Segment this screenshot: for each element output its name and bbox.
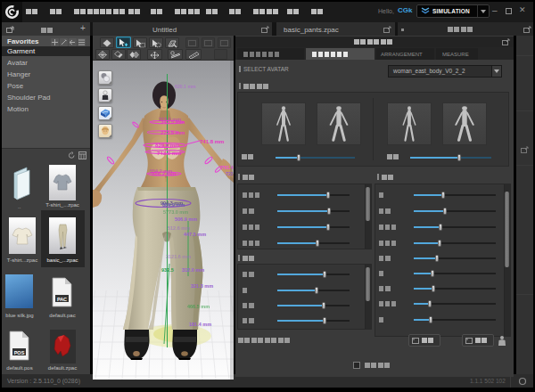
svg-text:321.3 mm: 321.3 mm [191,283,213,289]
svg-text:273.5 mm: 273.5 mm [160,130,185,135]
svg-text:556.2 mm: 556.2 mm [152,171,176,176]
svg-text:181.4 mm: 181.4 mm [189,322,211,327]
svg-text:932.5: 932.5 [161,267,174,273]
svg-text:312.0 mm: 312.0 mm [182,267,204,273]
svg-text:PAC: PAC [57,297,67,302]
svg-text:620.1 mm: 620.1 mm [175,84,196,89]
svg-text:741.8 mm: 741.8 mm [200,139,224,144]
svg-text:3121.6 mm: 3121.6 mm [166,254,191,259]
svg-text:839.0 mm: 839.0 mm [155,143,179,148]
svg-text:506.9 mm: 506.9 mm [175,216,197,222]
svg-text:743.0 mm: 743.0 mm [157,151,181,156]
svg-text:447.5 mm: 447.5 mm [184,232,206,237]
svg-text:884.9 mm: 884.9 mm [162,202,185,208]
svg-text:466.5 mm: 466.5 mm [187,304,210,309]
svg-text:343.5 mm: 343.5 mm [160,119,185,125]
svg-text:512.6 mm: 512.6 mm [168,225,190,231]
svg-text:5773.0 mm: 5773.0 mm [163,209,188,215]
svg-text:POS: POS [14,350,25,355]
